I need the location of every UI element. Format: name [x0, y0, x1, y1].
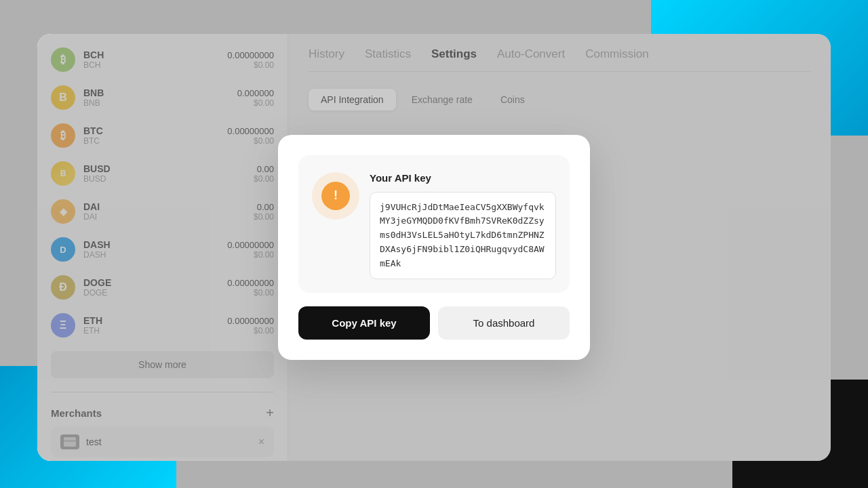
api-icon-circle-outer: ! — [312, 172, 359, 220]
modal-actions: Copy API key To dashboard — [298, 306, 570, 340]
api-key-value: j9VUHcRjJdDtMaeIeaCV5gXXBWyfqvkMY3jeGYMQ… — [370, 192, 556, 280]
api-key-modal: ! Your API key j9VUHcRjJdDtMaeIeaCV5gXXB… — [288, 135, 590, 361]
to-dashboard-button[interactable]: To dashboard — [438, 306, 570, 340]
content-area: History Statistics Settings Auto-Convert… — [288, 34, 831, 461]
api-icon-circle-inner: ! — [321, 182, 350, 210]
modal-inner-card: ! Your API key j9VUHcRjJdDtMaeIeaCV5gXXB… — [298, 155, 570, 293]
api-key-icon-area: ! — [312, 172, 359, 220]
api-key-title: Your API key — [370, 172, 556, 184]
main-card: ₿ BCH BCH 0.00000000 $0.00 B BNB BNB 0.0… — [37, 34, 831, 461]
copy-api-key-button[interactable]: Copy API key — [298, 306, 430, 340]
api-key-content: Your API key j9VUHcRjJdDtMaeIeaCV5gXXBWy… — [370, 172, 556, 280]
modal-overlay: ! Your API key j9VUHcRjJdDtMaeIeaCV5gXXB… — [288, 34, 831, 461]
